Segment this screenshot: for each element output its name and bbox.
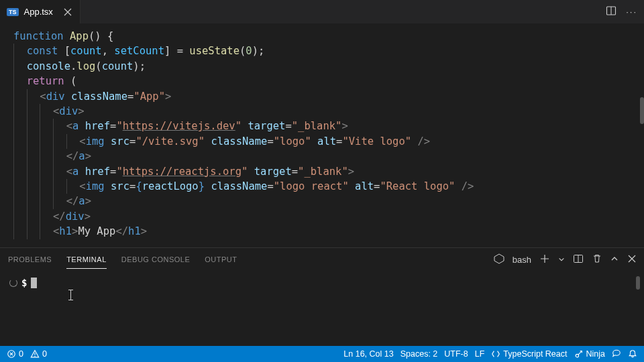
chevron-up-icon[interactable]: [610, 255, 619, 265]
status-cursor-position[interactable]: Ln 16, Col 13: [343, 349, 393, 359]
tab-bar: TS App.tsx ···: [0, 0, 644, 23]
status-ninja[interactable]: Ninja: [574, 349, 606, 359]
status-language[interactable]: TypeScript React: [491, 349, 567, 359]
terminal-profile-icon[interactable]: [494, 253, 504, 266]
tab-debug-console[interactable]: DEBUG CONSOLE: [121, 255, 190, 263]
terminal[interactable]: $: [0, 271, 644, 346]
notifications-icon[interactable]: [628, 349, 637, 359]
chevron-down-icon[interactable]: [558, 255, 565, 265]
spinner-icon: [9, 279, 17, 287]
split-editor-icon[interactable]: [606, 5, 616, 18]
tab-filename: App.tsx: [24, 7, 53, 17]
status-indentation[interactable]: Spaces: 2: [400, 349, 438, 359]
feedback-icon[interactable]: [612, 349, 621, 359]
close-tab-button[interactable]: [62, 7, 73, 17]
status-encoding[interactable]: UTF-8: [444, 349, 468, 359]
new-terminal-icon[interactable]: [539, 253, 550, 266]
kill-terminal-icon[interactable]: [592, 253, 602, 266]
tab-output[interactable]: OUTPUT: [205, 255, 237, 263]
minimap[interactable]: [632, 23, 644, 247]
code-editor[interactable]: function App() { const [count, setCount]…: [0, 23, 632, 247]
tab-terminal[interactable]: TERMINAL: [66, 255, 107, 263]
terminal-scrollbar[interactable]: [636, 276, 640, 341]
split-terminal-icon[interactable]: [573, 253, 584, 266]
status-eol[interactable]: LF: [475, 349, 485, 359]
panel-tabbar: PROBLEMS TERMINAL DEBUG CONSOLE OUTPUT b…: [0, 248, 644, 271]
text-cursor-ibeam: [70, 290, 71, 300]
status-warnings[interactable]: 0: [30, 349, 47, 359]
tab-problems[interactable]: PROBLEMS: [8, 255, 52, 263]
close-panel-icon[interactable]: [627, 253, 637, 266]
status-bar: 0 0 Ln 16, Col 13 Spaces: 2 UTF-8 LF Typ…: [0, 346, 644, 362]
status-errors[interactable]: 0: [7, 349, 23, 359]
svg-point-7: [576, 354, 578, 357]
typescript-icon: TS: [7, 8, 19, 16]
terminal-shell-name[interactable]: bash: [513, 255, 531, 265]
svg-point-6: [34, 356, 35, 357]
terminal-cursor: [31, 278, 37, 288]
tab-app-tsx[interactable]: TS App.tsx: [0, 0, 80, 23]
more-actions-icon[interactable]: ···: [626, 7, 637, 17]
terminal-prompt: $: [21, 278, 27, 288]
